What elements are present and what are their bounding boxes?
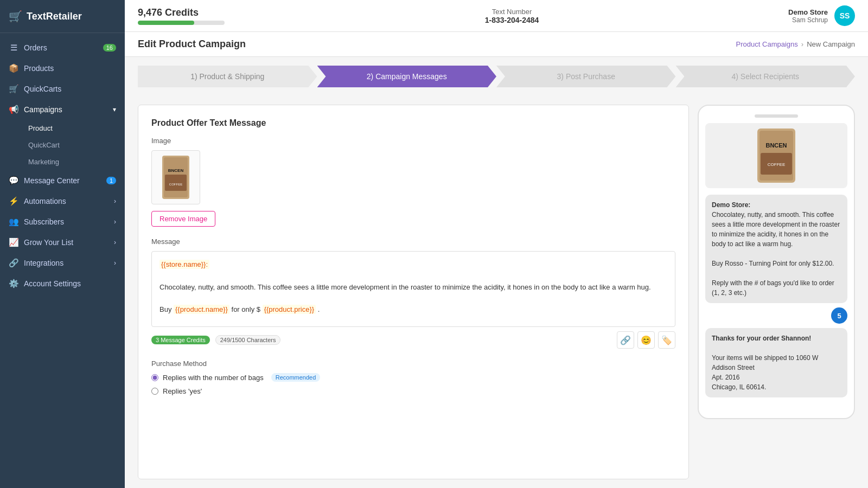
grow-list-label: Grow Your List xyxy=(24,238,73,247)
phone-message2-text: Buy Rosso - Turning Point for only $12.0… xyxy=(712,260,834,267)
phone-frame: BNCEN COFFEE Demo Store: Chocolatey, nut… xyxy=(698,105,855,419)
sidebar-item-quickcart[interactable]: QuickCart xyxy=(20,137,125,153)
credits-bar xyxy=(138,21,225,25)
radio-yes-input[interactable] xyxy=(151,388,158,395)
sidebar-item-message-center[interactable]: 💬 Message Center 1 xyxy=(0,170,125,191)
credits-badge: 3 Message Credits xyxy=(151,336,210,344)
campaigns-submenu: Product QuickCart Marketing xyxy=(0,120,125,170)
header-right: Demo Store Sam Schrup SS xyxy=(788,5,855,26)
breadcrumb-bar: Edit Product Campaign Product Campaigns … xyxy=(125,32,868,57)
radio-bags-label: Replies with the number of bags xyxy=(163,374,264,382)
sidebar-item-products[interactable]: 📦 Products xyxy=(0,58,125,79)
radio-replies-yes[interactable]: Replies 'yes' xyxy=(151,387,675,395)
sidebar-item-integrations[interactable]: 🔗 Integrations › xyxy=(0,253,125,273)
logo-text: TextRetailer xyxy=(27,11,82,22)
message-section: Message {{store.name}}: Chocolatey, nutt… xyxy=(151,237,675,349)
message-tools: 🔗 😊 🏷️ xyxy=(617,331,675,349)
campaigns-icon: 📢 xyxy=(9,105,18,114)
message-label: Message xyxy=(151,237,675,246)
step-post-purchase[interactable]: 3) Post Purchase xyxy=(496,66,676,87)
product-image-svg: BNCEN COFFEE xyxy=(154,153,197,202)
sidebar: 🛒 TextRetailer ☰ Orders 16 📦 Products 🛒 … xyxy=(0,0,125,488)
steps-bar: 1) Product & Shipping 2) Campaign Messag… xyxy=(125,57,868,96)
message-center-label: Message Center xyxy=(24,176,80,185)
breadcrumb-link[interactable]: Product Campaigns xyxy=(736,40,798,48)
step-3-label: 3) Post Purchase xyxy=(557,72,615,81)
sidebar-item-subscribers[interactable]: 👥 Subscribers › xyxy=(0,211,125,232)
remove-image-button[interactable]: Remove Image xyxy=(151,211,215,227)
products-label: Products xyxy=(24,64,54,73)
order-confirm-body: Your items will be shipped to 1060 W Add… xyxy=(712,354,818,391)
breadcrumb-current: New Campaign xyxy=(807,40,855,48)
sidebar-item-grow-your-list[interactable]: 📈 Grow Your List › xyxy=(0,232,125,253)
phone-notch xyxy=(705,114,847,118)
message-meta: 3 Message Credits 249/1500 Characters 🔗 … xyxy=(151,331,675,349)
sidebar-item-product[interactable]: Product xyxy=(20,120,125,137)
product-name-var: {{product.name}} xyxy=(174,305,229,314)
radio-replies-bags[interactable]: Replies with the number of bags Recommen… xyxy=(151,373,675,382)
left-panel: Product Offer Text Message Image BNCEN C… xyxy=(138,105,689,479)
sidebar-item-campaigns[interactable]: 📢 Campaigns ▾ xyxy=(0,99,125,120)
recommended-badge: Recommended xyxy=(271,373,321,382)
step-select-recipients[interactable]: 4) Select Recipients xyxy=(676,66,856,87)
purchase-method-section: Purchase Method Replies with the number … xyxy=(151,359,675,395)
step-4-label: 4) Select Recipients xyxy=(731,72,799,81)
image-section: Image BNCEN COFFEE Remove Image xyxy=(151,137,675,227)
clearfix-1: 5 xyxy=(705,307,847,328)
phone-reply-bubble: 5 xyxy=(831,307,847,324)
phone-product-svg: BNCEN COFFEE xyxy=(746,126,806,185)
sidebar-item-marketing[interactable]: Marketing xyxy=(20,153,125,170)
phone-message3-text: Reply with the # of bags you'd like to o… xyxy=(712,279,834,297)
account-settings-label: Account Settings xyxy=(24,279,81,288)
breadcrumb-sep: › xyxy=(801,40,803,48)
header-middle: Text Number 1-833-204-2484 xyxy=(235,8,788,24)
credits-amount: 9,476 Credits xyxy=(138,7,235,18)
text-number-value: 1-833-204-2484 xyxy=(485,16,539,24)
step-1-label: 1) Product & Shipping xyxy=(190,72,264,81)
integrations-chevron: › xyxy=(114,259,116,267)
sidebar-item-account-settings[interactable]: ⚙️ Account Settings xyxy=(0,273,125,294)
radio-yes-label: Replies 'yes' xyxy=(163,387,202,395)
message-body: Chocolatey, nutty, and smooth. This coff… xyxy=(159,283,651,291)
sidebar-item-automations[interactable]: ⚡ Automations › xyxy=(0,191,125,211)
user-info: Demo Store Sam Schrup xyxy=(788,8,828,24)
grow-list-icon: 📈 xyxy=(9,237,18,247)
sidebar-item-orders[interactable]: ☰ Orders 16 xyxy=(0,37,125,58)
page-title: Edit Product Campaign xyxy=(138,38,246,50)
step-campaign-messages[interactable]: 2) Campaign Messages xyxy=(317,66,497,87)
svg-text:BNCEN: BNCEN xyxy=(765,142,787,149)
link-tool-button[interactable]: 🔗 xyxy=(617,331,634,349)
orders-label: Orders xyxy=(24,43,47,52)
product-price-var: {{product.price}} xyxy=(263,305,316,314)
phone-message-1: Demo Store: Chocolatey, nutty, and smoot… xyxy=(705,195,847,303)
radio-bags-input[interactable] xyxy=(151,374,158,381)
campaigns-label: Campaigns xyxy=(24,105,62,114)
credits-bar-fill xyxy=(138,21,194,25)
image-label: Image xyxy=(151,137,675,145)
quickcarts-icon: 🛒 xyxy=(9,84,18,94)
avatar: SS xyxy=(834,5,855,26)
integrations-label: Integrations xyxy=(24,259,63,267)
orders-badge: 16 xyxy=(103,44,116,52)
message-center-icon: 💬 xyxy=(9,176,18,185)
message-box[interactable]: {{store.name}}: Chocolatey, nutty, and s… xyxy=(151,251,675,327)
marketing-sub-label: Marketing xyxy=(28,158,59,166)
phone-notch-bar xyxy=(755,114,798,118)
chars-badge: 249/1500 Characters xyxy=(215,335,281,345)
phone-reply-number: 5 xyxy=(837,312,841,320)
step-product-shipping[interactable]: 1) Product & Shipping xyxy=(138,66,317,87)
message-center-badge: 1 xyxy=(106,177,116,184)
sidebar-item-quickcarts[interactable]: 🛒 QuickCarts xyxy=(0,79,125,99)
product-sub-label: Product xyxy=(28,124,53,132)
text-number-label: Text Number xyxy=(492,8,532,16)
tag-tool-button[interactable]: 🏷️ xyxy=(658,331,675,349)
orders-icon: ☰ xyxy=(9,43,18,53)
subscribers-icon: 👥 xyxy=(9,217,18,227)
emoji-tool-button[interactable]: 😊 xyxy=(637,331,655,349)
purchase-method-label: Purchase Method xyxy=(151,359,675,368)
header: 9,476 Credits Text Number 1-833-204-2484… xyxy=(125,0,868,32)
period-text: . xyxy=(318,305,320,313)
phone-preview: BNCEN COFFEE Demo Store: Chocolatey, nut… xyxy=(698,105,855,479)
avatar-initials: SS xyxy=(840,11,850,20)
campaigns-chevron: ▾ xyxy=(113,106,116,113)
